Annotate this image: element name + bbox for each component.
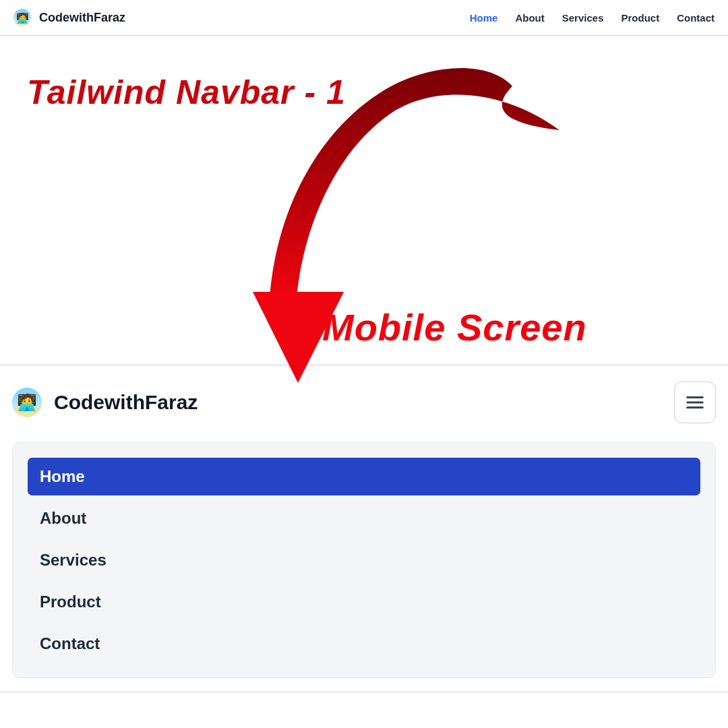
desktop-nav-links: Home About Services Product Contact [470,12,715,24]
nav-link-about[interactable]: About [515,12,544,24]
mobile-menu-item-about[interactable]: About [28,499,700,537]
desktop-navbar: 🧑‍💻 CodewithFaraz Home About Services Pr… [0,0,728,36]
mobile-menu-item-services[interactable]: Services [28,541,700,579]
hamburger-icon [685,392,705,413]
brand-name: CodewithFaraz [39,11,125,25]
avatar-icon: 🧑‍💻 [13,9,31,26]
hamburger-button[interactable] [674,382,716,423]
mobile-menu-item-product[interactable]: Product [28,583,700,621]
brand: 🧑‍💻 CodewithFaraz [13,9,125,26]
mobile-navbar-preview: 🧑‍💻 CodewithFaraz Home About Services Pr… [0,365,728,712]
annotation-area: Tailwind Navbar - 1 Mobile Screen [0,36,728,365]
nav-link-product[interactable]: Product [621,12,659,24]
mobile-menu-item-contact[interactable]: Contact [28,625,700,663]
divider [0,692,728,692]
mobile-menu-item-home[interactable]: Home [28,458,700,495]
nav-link-home[interactable]: Home [470,12,498,24]
brand-name: CodewithFaraz [54,391,198,414]
nav-link-services[interactable]: Services [562,12,604,24]
nav-link-contact[interactable]: Contact [677,12,715,24]
avatar-icon: 🧑‍💻 [12,388,42,417]
annotation-mobile-label: Mobile Screen [322,305,587,349]
mobile-menu-panel: Home About Services Product Contact [12,442,716,678]
mobile-brand: 🧑‍💻 CodewithFaraz [12,388,198,417]
